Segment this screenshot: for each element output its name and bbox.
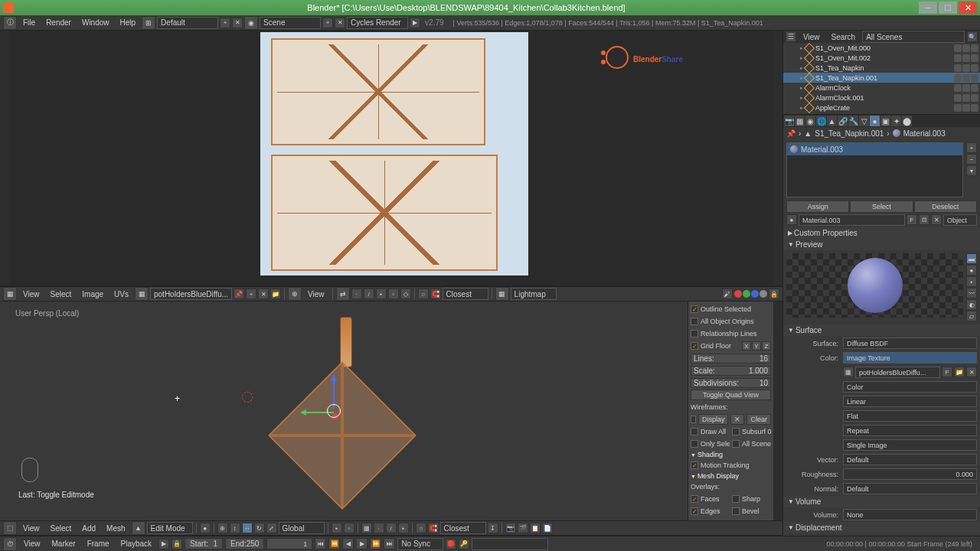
img-open-button[interactable]: 📁 <box>954 367 965 377</box>
layout-del-button[interactable]: ✕ <box>232 18 243 28</box>
copy-icon[interactable]: 📋 <box>530 523 541 533</box>
scene-dropdown[interactable]: Scene <box>260 17 321 29</box>
meshdisp-panel-header[interactable]: Mesh Display <box>691 472 771 480</box>
visibility-icon[interactable] <box>954 74 962 82</box>
lines-field[interactable]: Lines:16 <box>691 354 771 364</box>
gizmo-center[interactable] <box>327 404 341 418</box>
interp-dropdown[interactable]: Linear <box>843 396 977 407</box>
img-unlink-button[interactable]: ✕ <box>966 367 977 377</box>
prop-edit-toggle[interactable]: ○ <box>416 523 426 533</box>
layout-browse-icon[interactable]: ⊞ <box>142 16 155 30</box>
uv-sel-edge[interactable]: / <box>364 289 374 299</box>
renderable-icon[interactable] <box>971 84 978 92</box>
surface-header[interactable]: Surface <box>783 324 980 336</box>
snap-toggle[interactable]: 🧲 <box>428 523 439 533</box>
v3d-editor-type-icon[interactable]: ⬚ <box>3 521 17 535</box>
bc-material[interactable]: Material.003 <box>903 129 946 138</box>
motion-checkbox[interactable] <box>691 461 698 469</box>
uv-sel-vert[interactable]: · <box>351 289 362 299</box>
display-button[interactable]: Display <box>698 414 729 425</box>
clear-button[interactable]: Clear <box>746 414 771 425</box>
selectable-icon[interactable] <box>962 64 970 72</box>
uv-menu-view[interactable]: View <box>18 287 44 301</box>
uv-menu-uvs[interactable]: UVs <box>109 287 133 301</box>
axis-z-toggle[interactable]: Z <box>762 341 771 350</box>
pivot-median-icon[interactable]: ⊕ <box>217 523 228 533</box>
outliner-filter-icon[interactable]: 🔍 <box>967 31 978 42</box>
visibility-icon[interactable] <box>954 44 962 52</box>
renderable-icon[interactable] <box>971 94 978 102</box>
renderable-icon[interactable] <box>971 54 978 62</box>
displacement-header[interactable]: Displacement <box>783 522 980 533</box>
source-dropdown[interactable]: Single Image <box>843 439 977 451</box>
preview-cube-icon[interactable]: ▪ <box>966 276 977 287</box>
sel-vert-icon[interactable]: · <box>374 523 384 533</box>
selectable-icon[interactable] <box>962 54 970 62</box>
assign-button[interactable]: Assign <box>786 201 849 213</box>
image-open-button[interactable]: 📁 <box>270 289 281 299</box>
lock-range-icon[interactable]: 🔒 <box>172 539 182 549</box>
colorspace-dropdown[interactable]: Color <box>843 381 977 393</box>
visibility-icon[interactable] <box>954 54 962 62</box>
renderable-icon[interactable] <box>971 104 978 112</box>
pin-icon[interactable]: 📌 <box>786 129 795 138</box>
img-browse-icon[interactable]: ▦ <box>843 367 854 377</box>
projection-dropdown[interactable]: Flat <box>843 410 977 422</box>
subsurf-checkbox[interactable] <box>732 428 740 435</box>
limit-sel-icon[interactable]: ▦ <box>361 523 372 533</box>
image-pin-button[interactable]: 📌 <box>234 289 244 299</box>
tab-texture[interactable]: ▣ <box>880 116 890 126</box>
renderable-icon[interactable] <box>971 64 978 72</box>
faces-checkbox[interactable] <box>691 495 698 503</box>
outliner-item[interactable]: ▸AlarmClock.001 <box>783 93 980 103</box>
selectable-icon[interactable] <box>962 94 970 102</box>
use-preview-icon[interactable]: ▶ <box>158 539 169 549</box>
roughness-field[interactable]: 0.000 <box>843 468 977 480</box>
uv-sel-face[interactable]: ▪ <box>376 289 387 299</box>
paste-icon[interactable]: 📄 <box>542 523 553 533</box>
mode-icon[interactable]: ▲ <box>132 521 145 535</box>
layers-1[interactable]: ▪ <box>332 523 342 533</box>
snap-element-dropdown[interactable]: Closest <box>440 522 486 534</box>
uv-sync-icon[interactable]: ⇄ <box>336 287 350 301</box>
outliner-view[interactable]: View <box>799 31 825 44</box>
current-frame-field[interactable]: 1 <box>266 538 312 549</box>
axis-x-toggle[interactable]: X <box>742 341 751 350</box>
preview-header[interactable]: Preview <box>783 239 980 250</box>
pivot-icon[interactable]: ⊕ <box>288 287 302 301</box>
outliner-item[interactable]: ▸S1_Tea_Napkin <box>783 63 980 73</box>
next-keyframe-button[interactable]: ⏩ <box>370 538 381 549</box>
outliner-item[interactable]: ▸AppleCrate <box>783 103 980 112</box>
tab-world[interactable]: 🌐 <box>816 116 826 126</box>
bevel-checkbox[interactable] <box>732 507 740 515</box>
layers-2[interactable]: ▫ <box>344 523 354 533</box>
channel-g[interactable] <box>743 290 750 298</box>
timeline-type-icon[interactable]: ⏱ <box>3 537 17 551</box>
prop-edit-icon[interactable]: ○ <box>418 289 429 299</box>
mat-browse-icon[interactable]: ● <box>786 214 797 225</box>
scene-del-button[interactable]: ✕ <box>335 18 345 28</box>
start-frame-field[interactable]: Start:1 <box>185 538 223 549</box>
menu-help[interactable]: Help <box>116 16 141 30</box>
tab-object[interactable]: ▲ <box>827 116 837 126</box>
preview-sphere-icon[interactable]: ● <box>966 265 977 276</box>
vector-dropdown[interactable]: Default <box>843 454 977 465</box>
shading-solid-icon[interactable]: ● <box>200 523 211 533</box>
channel-b[interactable] <box>751 290 759 298</box>
rel-lines-checkbox[interactable] <box>691 330 698 337</box>
toggle-quad-button[interactable]: Toggle Quad View <box>691 390 771 400</box>
allscene-checkbox[interactable] <box>732 440 740 448</box>
outliner-item[interactable]: ▸S1_Oven_Mit.000 <box>783 43 980 53</box>
snap-target-icon[interactable]: ↧ <box>488 523 498 533</box>
uv-view2[interactable]: View <box>303 287 329 301</box>
all-origins-checkbox[interactable] <box>691 318 698 325</box>
uv-sel-island[interactable]: ▫ <box>388 289 399 299</box>
select-button[interactable]: Select <box>850 201 913 213</box>
color-input-dropdown[interactable]: Image Texture <box>843 352 977 364</box>
tab-data[interactable]: ▽ <box>859 116 869 126</box>
snap-mode-dropdown[interactable]: Closest <box>443 288 488 300</box>
edges-checkbox[interactable] <box>691 507 698 515</box>
close-button[interactable]: ✕ <box>959 2 977 14</box>
image-texture-field[interactable]: potHoldersBlueDiffu... <box>855 367 940 378</box>
keyingset-dropdown[interactable] <box>472 538 548 550</box>
